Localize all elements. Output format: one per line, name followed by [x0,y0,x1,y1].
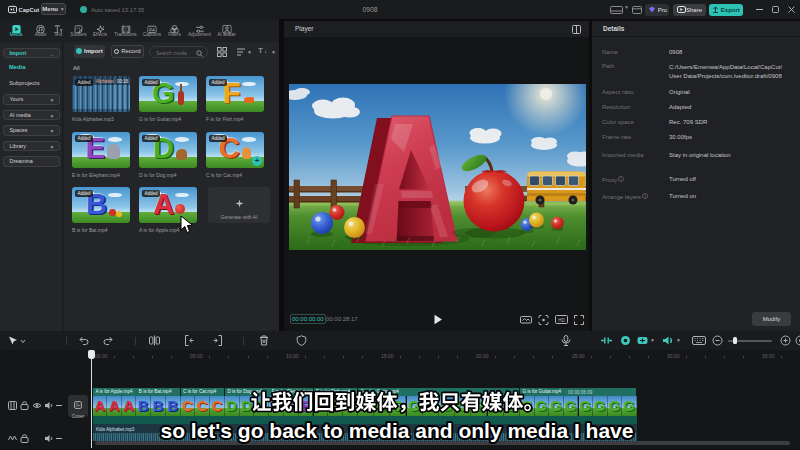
svg-text:HD: HD [558,318,565,323]
